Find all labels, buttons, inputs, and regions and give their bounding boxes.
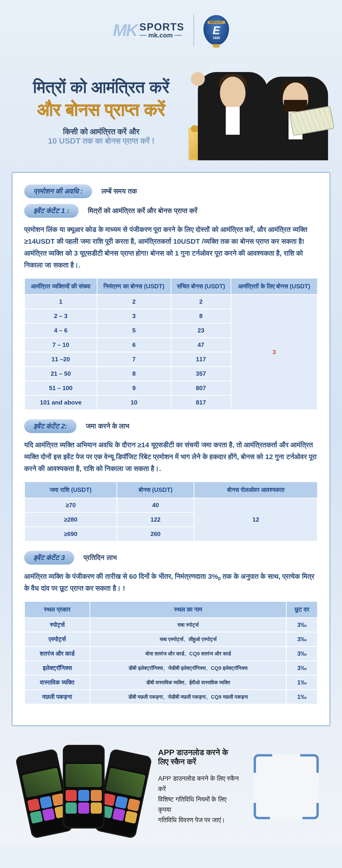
qr-scan-frame bbox=[254, 754, 319, 819]
table-row: 1223 bbox=[25, 294, 318, 309]
table-cell: डीबी इलेक्ट्रॉनिक्स、जेडीबी इलेक्ट्रॉनिक्… bbox=[90, 661, 286, 675]
table-cell: सबा स्पोर्ट्स bbox=[90, 618, 286, 632]
table-cell: 7 bbox=[97, 352, 171, 367]
person-figure bbox=[198, 72, 267, 160]
table-header: आमंत्रित व्यक्तियों की संख्या bbox=[25, 278, 97, 294]
table-cell: डीबी वास्तविक व्यक्ति、ईवीओ वास्तविक व्यक… bbox=[90, 675, 286, 690]
table-cell: 3‰ bbox=[286, 661, 318, 675]
badge-letter: E bbox=[212, 25, 220, 36]
promotion-period-label: प्रमोशन की अवधि : bbox=[24, 184, 92, 198]
table-cell: 40 bbox=[117, 498, 194, 513]
table-cell: बोया शतरंज और कार्ड、CQ9 शतरंज और कार्ड bbox=[90, 647, 286, 661]
table-row: मछली पकड़नाडीबी मछली पकड़ना、जेडीबी मछली … bbox=[25, 690, 318, 704]
table-cell: 117 bbox=[171, 352, 231, 367]
table-cell: सबा एस्पोर्ट्स、लीहुओ एस्पोर्ट्स bbox=[90, 632, 286, 647]
logo-sports: SPORTS bbox=[140, 22, 184, 32]
event-3-description: आमंत्रित व्यक्ति के पंजीकरण की तारीख से … bbox=[24, 570, 318, 594]
event-2-label: इवेंट कंटेंट 2: bbox=[24, 420, 77, 433]
empoli-badge: EMPOLI F.C. E 1920 bbox=[203, 15, 229, 45]
table-cell: 3 bbox=[97, 309, 171, 323]
mk-sports-logo: MK SPORTS mk.com bbox=[113, 21, 184, 40]
table-cell: शतरंज और कार्ड bbox=[25, 647, 90, 661]
table-cell: 3‰ bbox=[286, 618, 318, 632]
content-panel: प्रमोशन की अवधि : लम्बें समय तक इवेंट कं… bbox=[11, 172, 331, 726]
table-cell: डीबी मछली पकड़ना、जेडीबी मछली पकड़ना、CQ9 … bbox=[90, 690, 286, 704]
table-cell: 101 and above bbox=[25, 396, 97, 410]
table-cell: 3‰ bbox=[286, 647, 318, 661]
table-cell: 260 bbox=[117, 527, 194, 541]
event-1-description: प्रमोशन लिंक या क्यूआर कोड के माध्यम से … bbox=[24, 223, 318, 271]
event-1-label: इवेंट कंटेंट 1 : bbox=[24, 204, 79, 218]
header-divider bbox=[194, 14, 194, 46]
event-2-description: यदि आमंत्रित व्यक्ति अभियान अवधि के दौरा… bbox=[24, 439, 318, 474]
table-row: इलेक्ट्रॉनिक्सडीबी इलेक्ट्रॉनिक्स、जेडीबी… bbox=[25, 661, 318, 675]
table-cell: 10 bbox=[97, 396, 171, 410]
invitation-bonus-table: आमंत्रित व्यक्तियों की संख्यानिमंत्रण का… bbox=[24, 278, 318, 410]
table-cell: 7 – 10 bbox=[25, 338, 97, 352]
table-row: शतरंज और कार्डबोया शतरंज और कार्ड、CQ9 शत… bbox=[25, 647, 318, 661]
table-cell: 47 bbox=[171, 338, 231, 352]
table-merged-cell: 3 bbox=[231, 294, 317, 410]
table-cell: 1 bbox=[25, 294, 97, 309]
table-cell: 2 – 3 bbox=[25, 309, 97, 323]
logo-domain: mk.com bbox=[140, 32, 184, 38]
table-cell: 1‰ bbox=[286, 690, 318, 704]
hero-section: मित्रों को आमंत्रित करें और बोनस प्राप्त… bbox=[0, 54, 342, 167]
hero-subtitle-line1: किसी को आमंत्रित करें और bbox=[14, 127, 189, 136]
table-cell: 11 –20 bbox=[25, 352, 97, 367]
table-header: निमंत्रण का बोनस (USDT) bbox=[97, 278, 171, 294]
hero-title-line2: और बोनस प्राप्त करें bbox=[14, 99, 189, 120]
table-row: ≥704012 bbox=[25, 498, 318, 513]
table-cell: 122 bbox=[117, 513, 194, 527]
table-cell: 21 – 50 bbox=[25, 367, 97, 381]
table-row: स्पोर्ट्ससबा स्पोर्ट्स3‰ bbox=[25, 618, 318, 632]
table-cell: 23 bbox=[171, 323, 231, 338]
table-cell: 9 bbox=[97, 381, 171, 396]
footer-heading: APP डाउनलोड करने के लिए स्कैन करें bbox=[158, 748, 240, 767]
footer-line2: विशिष्ट गतिविधि नियमों के लिए कृपया bbox=[158, 794, 240, 815]
table-cell: 357 bbox=[171, 367, 231, 381]
table-cell: ≥690 bbox=[25, 527, 117, 541]
table-cell: 8 bbox=[97, 367, 171, 381]
phone-mockup bbox=[63, 745, 105, 829]
table-cell: एस्पोर्ट्स bbox=[25, 632, 90, 647]
footer-section: APP डाउनलोड करने के लिए स्कैन करें APP ड… bbox=[0, 731, 342, 847]
table-cell: 51 – 100 bbox=[25, 381, 97, 396]
table-header: आमंत्रितों के लिए बोनस (USDT) bbox=[231, 278, 317, 294]
phone-mockups bbox=[23, 745, 144, 829]
table-cell: 2 bbox=[171, 294, 231, 309]
table-header: स्थल प्रकार bbox=[25, 601, 90, 618]
deposit-bonus-table: जमा राशि (USDT)बोनस (USDT)बोनस रोलओवर आव… bbox=[24, 482, 318, 541]
table-header: संचित बोनस (USDT) bbox=[171, 278, 231, 294]
table-header: बोनस (USDT) bbox=[117, 482, 194, 498]
event-2-title: जमा करने के लाभ bbox=[86, 422, 129, 430]
table-cell: 6 bbox=[97, 338, 171, 352]
table-cell: 8 bbox=[171, 309, 231, 323]
badge-club-name: EMPOLI F.C. bbox=[208, 21, 225, 24]
rebate-rate-table: स्थल प्रकारस्थल का नामछूट दरस्पोर्ट्ससबा… bbox=[24, 601, 318, 705]
table-cell: इलेक्ट्रॉनिक्स bbox=[25, 661, 90, 675]
table-cell: मछली पकड़ना bbox=[25, 690, 90, 704]
hero-title-line1: मित्रों को आमंत्रित करें bbox=[14, 78, 189, 97]
table-cell: 2 bbox=[97, 294, 171, 309]
hero-image bbox=[198, 63, 328, 160]
table-header: जमा राशि (USDT) bbox=[25, 482, 117, 498]
table-header: छूट दर bbox=[286, 601, 318, 618]
table-header: स्थल का नाम bbox=[90, 601, 286, 618]
table-row: एस्पोर्ट्ससबा एस्पोर्ट्स、लीहुओ एस्पोर्ट्… bbox=[25, 632, 318, 647]
logo-mk: MK bbox=[113, 21, 137, 40]
table-header: बोनस रोलओवर आवश्यकता bbox=[194, 482, 318, 498]
table-cell: 817 bbox=[171, 396, 231, 410]
hero-subtitle-line2: 10 USDT तक का बोनस प्राप्त करें ! bbox=[14, 136, 189, 146]
brand-header: MK SPORTS mk.com EMPOLI F.C. E 1920 bbox=[0, 0, 342, 54]
event-3-label: इवेंट कंटेंट 3 bbox=[24, 551, 74, 565]
table-merged-cell: 12 bbox=[194, 498, 318, 541]
table-cell: 5 bbox=[97, 323, 171, 338]
promotion-period-value: लम्बें समय तक bbox=[102, 187, 137, 195]
event-1-title: मित्रों को आमंत्रित करें और बोनस प्राप्त… bbox=[88, 207, 197, 215]
table-cell: ≥280 bbox=[25, 513, 117, 527]
table-cell: स्पोर्ट्स bbox=[25, 618, 90, 632]
table-cell: 4 – 6 bbox=[25, 323, 97, 338]
table-cell: 3‰ bbox=[286, 632, 318, 647]
table-cell: 807 bbox=[171, 381, 231, 396]
